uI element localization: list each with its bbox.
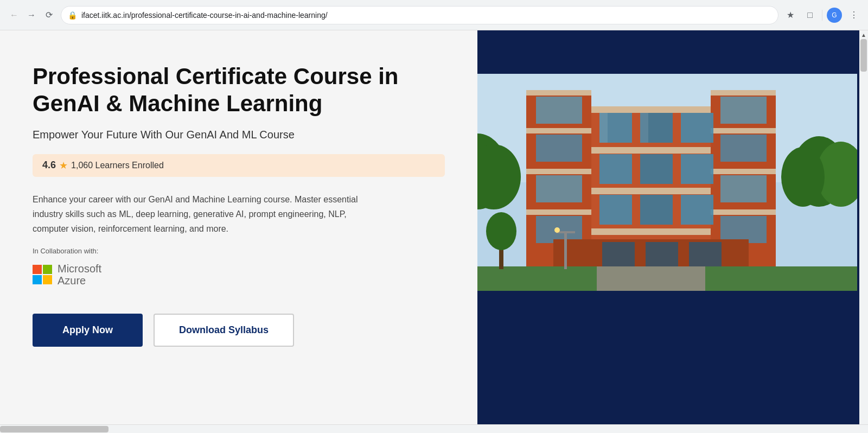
url-text: ifacet.iitk.ac.in/professional-certifica… bbox=[81, 11, 771, 20]
svg-rect-46 bbox=[564, 231, 567, 269]
azure-name: Azure bbox=[58, 275, 101, 286]
svg-rect-37 bbox=[720, 135, 767, 162]
svg-rect-36 bbox=[720, 97, 767, 124]
svg-point-50 bbox=[486, 212, 516, 250]
bottom-scrollbar[interactable] bbox=[0, 424, 868, 433]
address-bar[interactable]: 🔒 ifacet.iitk.ac.in/professional-certifi… bbox=[61, 6, 778, 24]
svg-rect-42 bbox=[646, 242, 678, 269]
scroll-thumb[interactable] bbox=[860, 39, 867, 72]
scroll-track bbox=[859, 39, 868, 424]
svg-rect-43 bbox=[689, 242, 722, 269]
course-title: Professional Certificate Course in GenAI… bbox=[33, 63, 445, 118]
svg-rect-15 bbox=[526, 128, 591, 133]
svg-rect-31 bbox=[681, 195, 713, 225]
browser-toolbar: ← → ⟳ 🔒 ifacet.iitk.ac.in/professional-c… bbox=[0, 0, 868, 30]
left-section: Professional Certificate Course in GenAI… bbox=[0, 30, 477, 424]
star-icon: ★ bbox=[59, 160, 68, 171]
svg-rect-39 bbox=[720, 216, 767, 243]
microsoft-logo: Microsoft Azure bbox=[33, 263, 445, 286]
svg-rect-27 bbox=[640, 154, 673, 184]
svg-rect-17 bbox=[526, 209, 591, 215]
svg-rect-38 bbox=[720, 175, 767, 202]
right-section bbox=[477, 30, 868, 424]
svg-rect-20 bbox=[711, 128, 776, 133]
microsoft-name: Microsoft bbox=[58, 263, 101, 275]
reload-button[interactable]: ⟳ bbox=[41, 8, 56, 23]
microsoft-grid-icon bbox=[33, 265, 52, 284]
rating-bar: 4.6 ★ 1,060 Learners Enrolled bbox=[33, 154, 445, 177]
scroll-up-button[interactable]: ▲ bbox=[859, 30, 868, 39]
svg-rect-28 bbox=[681, 154, 713, 184]
forward-button[interactable]: → bbox=[24, 8, 39, 23]
extensions-button[interactable]: □ bbox=[802, 8, 818, 23]
collaboration-label: In Collaboration with: bbox=[33, 247, 445, 255]
svg-rect-16 bbox=[526, 169, 591, 174]
svg-rect-14 bbox=[526, 90, 591, 95]
svg-rect-22 bbox=[711, 209, 776, 215]
browser-actions: ★ □ G ⋮ bbox=[783, 8, 861, 23]
ms-green-square bbox=[43, 265, 52, 274]
rating-score: 4.6 bbox=[42, 160, 56, 171]
bookmark-button[interactable]: ★ bbox=[783, 8, 798, 23]
back-button[interactable]: ← bbox=[7, 8, 22, 23]
navigation-buttons: ← → ⟳ bbox=[7, 8, 56, 23]
svg-rect-34 bbox=[536, 175, 582, 202]
svg-rect-52 bbox=[640, 113, 648, 143]
building-illustration bbox=[477, 74, 857, 291]
course-description: Enhance your career with our GenAI and M… bbox=[33, 192, 358, 237]
svg-rect-32 bbox=[536, 97, 582, 124]
ms-red-square bbox=[33, 265, 42, 274]
download-syllabus-button[interactable]: Download Syllabus bbox=[154, 314, 294, 347]
security-icon: 🔒 bbox=[68, 11, 77, 20]
svg-rect-26 bbox=[599, 154, 632, 184]
ms-yellow-square bbox=[43, 275, 52, 284]
menu-button[interactable]: ⋮ bbox=[846, 8, 861, 23]
svg-rect-41 bbox=[602, 242, 635, 269]
svg-rect-45 bbox=[597, 266, 705, 291]
avatar[interactable]: G bbox=[827, 8, 842, 23]
svg-rect-51 bbox=[599, 113, 608, 143]
ms-blue-square bbox=[33, 275, 42, 284]
svg-point-7 bbox=[781, 147, 825, 207]
svg-rect-19 bbox=[711, 90, 776, 95]
action-buttons: Apply Now Download Syllabus bbox=[33, 314, 445, 347]
microsoft-text: Microsoft Azure bbox=[58, 263, 101, 286]
svg-rect-33 bbox=[536, 135, 582, 162]
apply-now-button[interactable]: Apply Now bbox=[33, 314, 143, 347]
svg-rect-30 bbox=[640, 195, 673, 225]
svg-rect-29 bbox=[599, 195, 632, 225]
svg-point-48 bbox=[554, 227, 560, 233]
scrollbar[interactable]: ▲ ▼ bbox=[859, 30, 868, 433]
divider bbox=[822, 10, 822, 21]
svg-rect-25 bbox=[681, 113, 713, 143]
svg-rect-21 bbox=[711, 169, 776, 174]
building-image bbox=[477, 74, 857, 291]
bottom-scroll-thumb[interactable] bbox=[0, 426, 108, 432]
page-content: Professional Certificate Course in GenAI… bbox=[0, 30, 868, 424]
course-subtitle: Empower Your Future With Our GenAI And M… bbox=[33, 129, 445, 141]
learners-count: 1,060 Learners Enrolled bbox=[71, 161, 164, 170]
